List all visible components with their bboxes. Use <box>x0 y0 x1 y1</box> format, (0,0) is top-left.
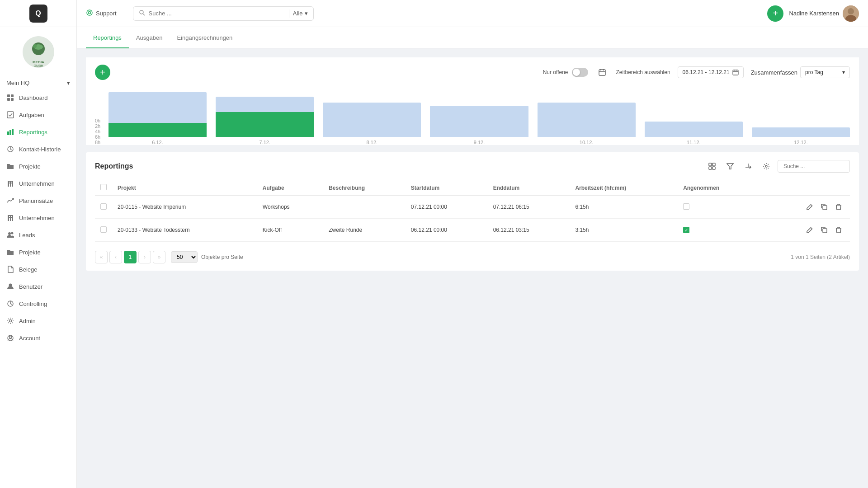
tab-reportings[interactable]: Reportings <box>86 27 129 48</box>
zusammenfassen-select[interactable]: pro Tag ▾ <box>800 66 850 78</box>
sidebar-item-projekte[interactable]: Projekte <box>0 244 76 261</box>
sidebar-item-kontakt-historie[interactable]: Kontakt-Historie <box>0 141 76 158</box>
svg-point-25 <box>8 232 11 235</box>
y-axis: 8h 6h 4h 2h 0h <box>95 118 108 145</box>
bar-group-3 <box>323 87 421 137</box>
select-all-checkbox[interactable] <box>100 184 107 190</box>
svg-rect-16 <box>9 183 10 187</box>
user-profile[interactable]: Nadine Karstensen <box>789 5 859 22</box>
bar-group-1 <box>108 87 207 137</box>
sidebar-item-planumssaetze-label: Planumsätze <box>19 197 53 204</box>
row2-delete-button[interactable] <box>833 224 844 236</box>
support-link[interactable]: Support <box>86 9 117 18</box>
x-label-5: 10.12. <box>538 140 636 145</box>
mein-hq-item[interactable]: Mein HQ ▾ <box>0 77 76 89</box>
page-last-button[interactable]: » <box>153 251 165 263</box>
table-search-input[interactable] <box>778 160 850 173</box>
page-1-button[interactable]: 1 <box>124 251 137 263</box>
calendar-view-button[interactable] <box>595 66 609 79</box>
reportings-table: Projekt Aufgabe Beschreibung Startdatum … <box>95 180 850 242</box>
row2-projekt: 20-0133 - Website Todesstern <box>112 219 257 242</box>
sidebar-item-projekte-top-label: Projekte <box>19 163 41 170</box>
sidebar-item-projekte-label: Projekte <box>19 249 41 256</box>
sidebar-item-benutzer[interactable]: Benutzer <box>0 278 76 295</box>
svg-point-32 <box>87 10 92 15</box>
tab-eingangsrechnungen[interactable]: Eingangsrechnungen <box>170 27 240 48</box>
col-enddatum: Enddatum <box>488 180 570 196</box>
per-page-select[interactable]: 50 25 100 <box>171 251 198 263</box>
row1-select-cell <box>95 196 112 219</box>
row1-aufgabe: Workshops <box>257 196 323 219</box>
row1-edit-button[interactable] <box>804 201 816 213</box>
svg-point-37 <box>848 8 854 14</box>
col-projekt: Projekt <box>112 180 257 196</box>
sidebar-item-planumssaetze[interactable]: Planumsätze <box>0 192 76 209</box>
row1-copy-button[interactable] <box>818 201 830 213</box>
sidebar-item-projekte-top[interactable]: Projekte <box>0 158 76 175</box>
row2-edit-button[interactable] <box>804 224 816 236</box>
row2-angenommen <box>678 219 760 242</box>
row2-copy-button[interactable] <box>818 224 830 236</box>
user-avatar <box>843 5 859 22</box>
sidebar-item-unternehmen-top-label: Unternehmen <box>19 180 55 187</box>
x-label-4: 9.12. <box>430 140 528 145</box>
page-next-button[interactable]: › <box>138 251 151 263</box>
sidebar-item-reportings[interactable]: Reportings <box>0 123 76 141</box>
sidebar-item-leads[interactable]: Leads <box>0 226 76 244</box>
svg-rect-39 <box>599 70 605 75</box>
row2-arbeitszeit: 3:15h <box>570 219 678 242</box>
svg-rect-7 <box>11 94 14 97</box>
svg-rect-11 <box>7 131 9 135</box>
sidebar-item-admin-label: Admin <box>19 318 36 324</box>
svg-rect-24 <box>11 216 12 217</box>
nur-offene-switch[interactable] <box>572 68 588 77</box>
col-angenommen: Angenommen <box>678 180 760 196</box>
sidebar-item-aufgaben[interactable]: Aufgaben <box>0 106 76 123</box>
table-export-button[interactable] <box>741 160 755 173</box>
bar-total-6 <box>645 122 743 137</box>
logo-icon[interactable]: Q <box>29 5 47 23</box>
row2-checkbox[interactable] <box>100 226 107 233</box>
settings-icon <box>6 317 14 325</box>
row2-actions <box>760 219 850 242</box>
row1-angenommen <box>678 196 760 219</box>
sidebar-item-account-label: Account <box>19 335 40 342</box>
pagination-left: « ‹ 1 › » 50 25 100 Objekte pro Seite <box>95 251 243 263</box>
page-first-button[interactable]: « <box>95 251 108 263</box>
table-grid-view-button[interactable] <box>705 160 719 173</box>
sidebar-item-dashboard[interactable]: Dashboard <box>0 89 76 106</box>
date-range-picker[interactable]: 06.12.21 - 12.12.21 <box>678 66 744 78</box>
col-arbeitszeit: Arbeitszeit (hh:mm) <box>570 180 678 196</box>
svg-point-29 <box>9 320 12 322</box>
table-header: Reportings <box>95 160 850 173</box>
sidebar-item-controlling[interactable]: Controlling <box>0 295 76 312</box>
sidebar-item-account[interactable]: Account <box>0 329 76 347</box>
row1-angenommen-checkbox[interactable] <box>683 203 689 210</box>
grid-icon <box>6 94 14 102</box>
sidebar-item-unternehmen[interactable]: Unternehmen <box>0 209 76 226</box>
page-prev-button[interactable]: ‹ <box>109 251 122 263</box>
bar-group-2 <box>216 87 314 137</box>
row1-checkbox[interactable] <box>100 203 107 210</box>
global-add-button[interactable]: + <box>767 5 783 22</box>
sidebar-item-admin[interactable]: Admin <box>0 312 76 329</box>
user-name: Nadine Karstensen <box>789 10 839 17</box>
tab-ausgaben[interactable]: Ausgaben <box>129 27 170 48</box>
sidebar-item-unternehmen-top[interactable]: Unternehmen <box>0 175 76 192</box>
table-body: 20-0115 - Website Imperium Workshops 07.… <box>95 196 850 242</box>
add-reporting-button[interactable]: + <box>95 65 110 80</box>
table-settings-button[interactable] <box>760 160 773 173</box>
table-row: 20-0115 - Website Imperium Workshops 07.… <box>95 196 850 219</box>
table-filter-button[interactable] <box>723 160 737 173</box>
row1-delete-button[interactable] <box>833 201 844 213</box>
search-input[interactable] <box>149 10 285 17</box>
col-actions <box>760 180 850 196</box>
row2-angenommen-checkbox[interactable] <box>683 227 689 233</box>
sidebar-item-belege[interactable]: Belege <box>0 261 76 278</box>
bar-group-7 <box>752 87 850 137</box>
svg-rect-10 <box>7 112 14 118</box>
search-container[interactable]: Alle ▾ <box>133 6 314 21</box>
search-scope-button[interactable]: Alle ▾ <box>293 10 308 17</box>
nur-offene-label: Nur offene <box>543 69 568 75</box>
folder2-icon <box>6 248 14 256</box>
